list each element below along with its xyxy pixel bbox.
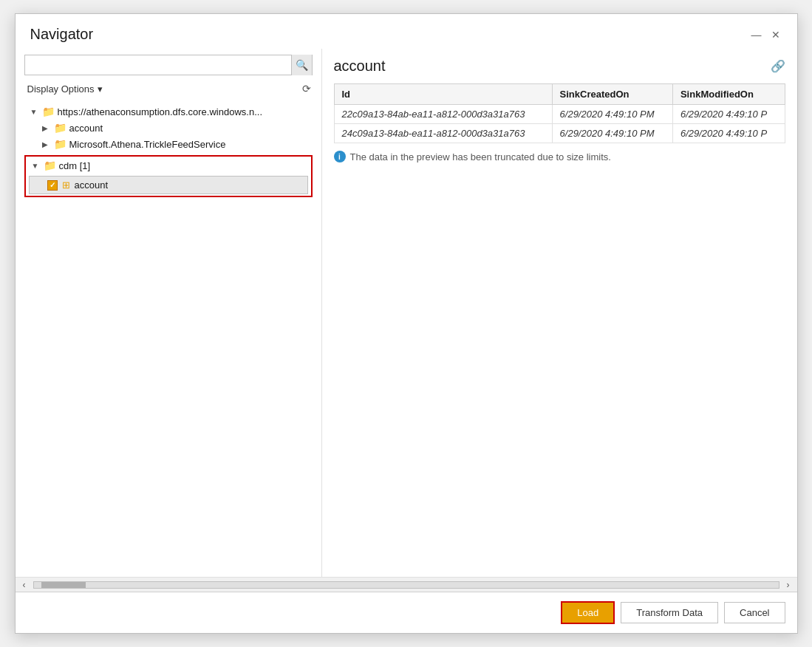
folder-icon: 📁 — [54, 138, 66, 150]
preview-icon: 🔗 — [771, 60, 785, 72]
scroll-left-button[interactable]: ‹ — [18, 579, 30, 591]
scroll-thumb — [41, 582, 86, 588]
display-options-label: Display Options — [27, 83, 95, 95]
transform-data-button[interactable]: Transform Data — [621, 602, 718, 623]
search-icon: 🔍 — [296, 59, 308, 71]
cdm-label: cdm [1] — [59, 160, 91, 171]
account-selected-label: account — [75, 179, 109, 191]
scroll-right-button[interactable]: › — [782, 579, 794, 591]
microsoft-label: Microsoft.Athena.TrickleFeedService — [69, 139, 226, 150]
folder-icon: 📁 — [54, 122, 66, 134]
chevron-down-icon: ▾ — [98, 83, 103, 95]
table-row: 24c09a13-84ab-ea11-a812-000d3a31a763 6/2… — [334, 124, 785, 143]
refresh-button[interactable]: ⟳ — [301, 81, 313, 96]
table-header-row: Id SinkCreatedOn SinkModifiedOn — [334, 84, 785, 105]
col-id: Id — [334, 84, 552, 105]
minimize-button[interactable]: — — [750, 28, 763, 41]
cell-sink-created: 6/29/2020 4:49:10 PM — [552, 105, 672, 124]
right-panel: account 🔗 Id SinkCreatedOn SinkModifiedO… — [322, 49, 797, 577]
truncate-text: The data in the preview has been truncat… — [350, 151, 611, 162]
table-icon: ⊞ — [62, 179, 70, 191]
tree-item-account[interactable]: ▶ 📁 account — [24, 120, 313, 136]
search-button[interactable]: 🔍 — [291, 55, 312, 75]
window-controls: — ✕ — [750, 28, 782, 41]
account-selected-item[interactable]: ⊞ account — [29, 176, 308, 194]
cell-sink-modified: 6/29/2020 4:49:10 P — [672, 124, 785, 143]
search-box: 🔍 — [24, 55, 313, 75]
account-label: account — [69, 123, 103, 134]
refresh-icon: ⟳ — [302, 83, 311, 95]
cell-sink-created: 6/29/2020 4:49:10 PM — [552, 124, 672, 143]
tree-item-microsoft[interactable]: ▶ 📁 Microsoft.Athena.TrickleFeedService — [24, 136, 313, 152]
cell-sink-modified: 6/29/2020 4:49:10 P — [672, 105, 785, 124]
title-bar: Navigator — ✕ — [16, 14, 797, 49]
tree-collapse-arrow: ▼ — [32, 162, 44, 170]
cell-id: 22c09a13-84ab-ea11-a812-000d3a31a763 — [334, 105, 552, 124]
col-sink-modified: SinkModifiedOn — [672, 84, 785, 105]
right-header: account 🔗 — [334, 58, 785, 75]
data-table-wrapper: Id SinkCreatedOn SinkModifiedOn 22c09a13… — [334, 83, 785, 568]
table-row: 22c09a13-84ab-ea11-a812-000d3a31a763 6/2… — [334, 105, 785, 124]
folder-icon: 📁 — [42, 106, 55, 117]
root-url-label: https://athenaconsumption.dfs.core.windo… — [58, 106, 263, 117]
checkbox-checked[interactable] — [47, 180, 58, 191]
tree-collapse-arrow: ▼ — [30, 108, 42, 116]
preview-icon-button[interactable]: 🔗 — [771, 59, 785, 73]
display-options-button[interactable]: Display Options ▾ — [24, 82, 106, 96]
truncate-notice: i The data in the preview has been trunc… — [334, 151, 785, 162]
tree-container: ▼ 📁 https://athenaconsumption.dfs.core.w… — [24, 103, 313, 571]
col-sink-created: SinkCreatedOn — [552, 84, 672, 105]
scroll-track[interactable] — [33, 581, 779, 589]
cdm-section: ▼ 📁 cdm [1] ⊞ account — [24, 155, 313, 197]
cdm-header[interactable]: ▼ 📁 cdm [1] — [26, 157, 311, 174]
dialog-title: Navigator — [30, 26, 94, 43]
display-options-bar: Display Options ▾ ⟳ — [24, 81, 313, 96]
tree-expand-arrow: ▶ — [42, 140, 54, 148]
left-panel: 🔍 Display Options ▾ ⟳ ▼ 📁 https://athena… — [16, 49, 322, 577]
tree-expand-arrow: ▶ — [42, 124, 54, 132]
preview-title: account — [334, 58, 386, 75]
close-button[interactable]: ✕ — [769, 28, 782, 41]
cell-id: 24c09a13-84ab-ea11-a812-000d3a31a763 — [334, 124, 552, 143]
info-icon: i — [334, 151, 346, 162]
cancel-button[interactable]: Cancel — [724, 602, 785, 623]
scrollbar-area: ‹ › — [16, 578, 797, 592]
folder-icon: 📁 — [44, 160, 56, 171]
data-table: Id SinkCreatedOn SinkModifiedOn 22c09a13… — [334, 83, 785, 143]
main-content: 🔍 Display Options ▾ ⟳ ▼ 📁 https://athena… — [16, 49, 797, 577]
search-input[interactable] — [25, 60, 291, 71]
navigator-dialog: Navigator — ✕ 🔍 Display Options ▾ ⟳ — [15, 13, 798, 634]
footer: Load Transform Data Cancel — [16, 592, 797, 633]
load-button[interactable]: Load — [561, 601, 615, 624]
tree-root-item[interactable]: ▼ 📁 https://athenaconsumption.dfs.core.w… — [24, 103, 313, 120]
bottom-area: ‹ › Load Transform Data Cancel — [16, 577, 797, 633]
